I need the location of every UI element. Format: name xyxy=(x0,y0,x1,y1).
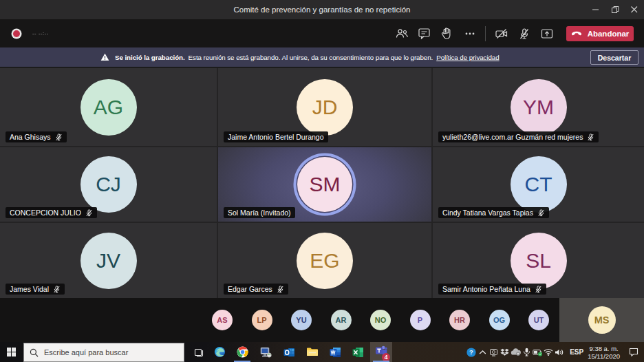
close-icon xyxy=(631,6,638,13)
toolbar-actions: Abandonar xyxy=(390,19,634,47)
participant-avatar: SL xyxy=(511,233,567,289)
tray-app-window-button[interactable] xyxy=(488,342,499,362)
wifi-button[interactable] xyxy=(543,342,554,362)
overflow-avatar-as[interactable]: AS xyxy=(212,310,233,330)
chevron-up-icon xyxy=(479,350,486,355)
volume-button[interactable] xyxy=(554,342,565,362)
excel-button[interactable] xyxy=(347,342,369,362)
participant-name: Sol María (Invitado) xyxy=(228,209,291,217)
minimize-button[interactable] xyxy=(586,0,605,19)
participant-name-label: James Vidal xyxy=(6,284,65,295)
windows-logo-icon xyxy=(7,348,16,356)
language-indicator[interactable]: ESP xyxy=(565,348,588,356)
excel-icon xyxy=(352,347,364,358)
participant-tile-sl[interactable]: SL Samir Antonio Peñata Luna xyxy=(433,223,644,298)
overflow-avatar-yu[interactable]: YU xyxy=(291,310,312,330)
camera-off-icon xyxy=(494,27,509,41)
camera-toggle-button[interactable] xyxy=(490,19,513,47)
overflow-avatar-p[interactable]: P xyxy=(410,310,431,330)
participant-name: Edgar Garces xyxy=(228,285,272,293)
dropbox-icon xyxy=(500,348,509,356)
onedrive-cloud-icon xyxy=(511,348,521,356)
participant-tile-eg[interactable]: EG Edgar Garces xyxy=(218,223,431,298)
participant-name-label: Cindy Tatiana Vargas Tapias xyxy=(438,207,549,218)
raise-hand-icon xyxy=(440,27,453,40)
participant-tile-sm[interactable]: SM Sol María (Invitado) xyxy=(218,147,431,222)
minimize-icon xyxy=(592,6,599,13)
help-button[interactable]: ? xyxy=(466,342,477,362)
overflow-avatar-lp[interactable]: LP xyxy=(252,310,272,330)
task-view-button[interactable] xyxy=(187,342,209,362)
start-button[interactable] xyxy=(0,342,23,362)
restore-icon xyxy=(612,6,619,14)
restore-button[interactable] xyxy=(605,0,625,19)
participant-tile-jd[interactable]: JD Jaime Antonio Bertel Durango xyxy=(218,68,431,146)
onedrive-button[interactable] xyxy=(510,342,521,362)
participant-grid: AG Ana Ghisays JD Jaime Antonio Bertel D… xyxy=(0,68,644,298)
leave-meeting-button[interactable]: Abandonar xyxy=(566,26,634,41)
tray-expand-button[interactable] xyxy=(477,342,488,362)
more-options-icon xyxy=(464,28,476,40)
action-center-button[interactable] xyxy=(623,342,644,362)
system-tray: ? xyxy=(466,342,644,362)
word-button[interactable] xyxy=(324,342,346,362)
participant-name-label: CONCEPCION JULIO xyxy=(6,207,97,218)
participant-name-label: Jaime Antonio Bertel Durango xyxy=(224,131,328,142)
meeting-timer: -- --:-- xyxy=(32,30,49,36)
edge-button[interactable] xyxy=(208,342,230,362)
mic-muted-icon xyxy=(53,286,61,293)
help-icon: ? xyxy=(466,348,476,357)
overflow-avatar-no[interactable]: NO xyxy=(370,310,391,330)
file-explorer-button[interactable] xyxy=(301,342,323,362)
participant-tile-cj[interactable]: CJ CONCEPCION JULIO xyxy=(0,147,217,222)
outlook-button[interactable] xyxy=(278,342,300,362)
clock-time: 9:38 a. m. xyxy=(588,345,620,352)
participant-tile-ag[interactable]: AG Ana Ghisays xyxy=(0,68,217,146)
self-view-tile[interactable]: MS xyxy=(559,298,644,342)
participant-tile-ct[interactable]: CT Cindy Tatiana Vargas Tapias xyxy=(433,147,644,222)
mic-muted-icon xyxy=(277,286,284,293)
clock-date: 15/11/2020 xyxy=(588,352,620,360)
participant-name-label: Sol María (Invitado) xyxy=(224,207,295,218)
mic-muted-icon xyxy=(55,134,63,141)
computer-button[interactable] xyxy=(255,342,277,362)
overflow-avatar-hr[interactable]: HR xyxy=(449,310,470,330)
participant-tile-jv[interactable]: JV James Vidal xyxy=(0,223,217,298)
banner-body-text: Esta reunión se está grabando. Al unirse… xyxy=(189,54,433,61)
dismiss-banner-button[interactable]: Descartar xyxy=(590,50,638,65)
share-screen-button[interactable] xyxy=(535,19,558,47)
chrome-icon xyxy=(237,346,248,358)
overflow-avatar-ar[interactable]: AR xyxy=(331,310,352,330)
taskbar-clock[interactable]: 9:38 a. m. 15/11/2020 xyxy=(588,345,623,360)
battery-icon xyxy=(533,348,543,356)
close-button[interactable] xyxy=(625,0,644,19)
participant-name-label: yulieth26@live.com.ar Guzmán red mujeres xyxy=(438,131,599,142)
overflow-avatar-ut[interactable]: UT xyxy=(528,310,549,330)
overflow-avatar-og[interactable]: OG xyxy=(489,310,510,330)
teams-button[interactable]: 4 xyxy=(370,342,392,362)
show-participants-button[interactable] xyxy=(390,19,413,47)
tray-mic-button[interactable] xyxy=(521,342,532,362)
svg-text:?: ? xyxy=(469,348,473,356)
more-options-button[interactable] xyxy=(458,19,481,47)
show-chat-button[interactable] xyxy=(413,19,436,47)
mic-toggle-button[interactable] xyxy=(513,19,535,47)
participant-name-label: Samir Antonio Peñata Luna xyxy=(438,284,546,295)
window-titlebar: Comité de prevención y garantías de no r… xyxy=(0,0,644,19)
taskbar-search-input[interactable]: Escribe aquí para buscar xyxy=(23,343,184,362)
battery-button[interactable] xyxy=(532,342,543,362)
raise-hand-button[interactable] xyxy=(436,19,458,47)
banner-bold-text: Se inició la grabación. xyxy=(115,54,185,61)
window-controls xyxy=(586,0,644,19)
participant-name: CONCEPCION JULIO xyxy=(10,209,81,217)
mic-muted-icon xyxy=(85,209,93,217)
privacy-policy-link[interactable]: Política de privacidad xyxy=(436,54,499,61)
dropbox-button[interactable] xyxy=(499,342,510,362)
chrome-button[interactable] xyxy=(231,342,253,362)
participant-tile-ym[interactable]: YM yulieth26@live.com.ar Guzmán red muje… xyxy=(433,68,644,146)
participant-name: James Vidal xyxy=(10,285,49,293)
participant-avatar: CT xyxy=(511,156,567,213)
tray-mic-icon xyxy=(523,348,530,356)
computer-icon xyxy=(260,347,272,358)
participant-name: Cindy Tatiana Vargas Tapias xyxy=(442,209,533,217)
